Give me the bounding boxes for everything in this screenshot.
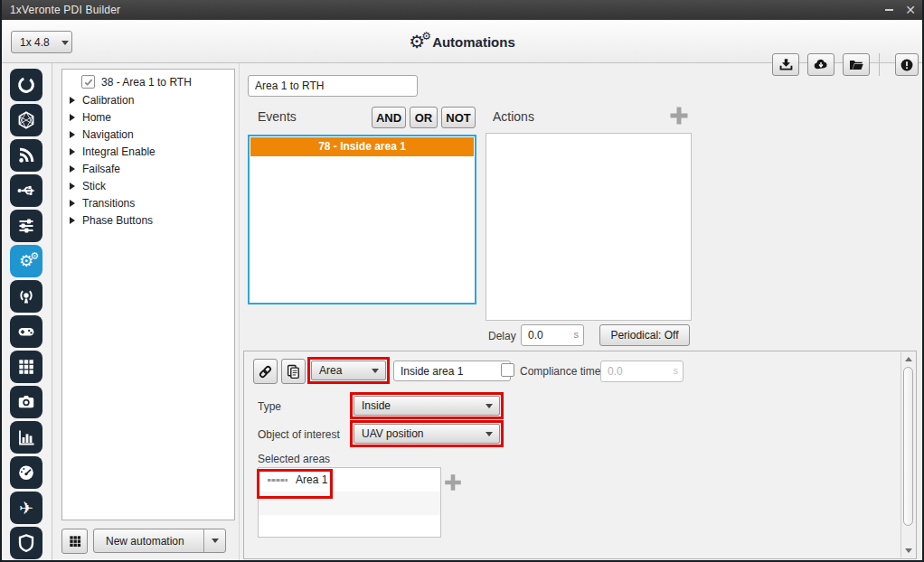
caret-down-icon [486, 404, 493, 408]
chevron-up-icon [905, 357, 912, 361]
tree-item-navigation[interactable]: Navigation [62, 126, 134, 143]
object-dropdown[interactable]: UAV position [354, 424, 500, 444]
new-automation-button[interactable]: New automation [93, 529, 226, 553]
area-item[interactable]: Area 1 [259, 468, 440, 492]
open-file-button[interactable] [843, 53, 870, 76]
delay-input[interactable] [521, 324, 584, 346]
and-button[interactable]: AND [372, 107, 406, 128]
gauge-icon [15, 462, 37, 483]
tree-item-label: Stick [82, 180, 106, 192]
add-action-button[interactable] [667, 104, 691, 131]
events-list[interactable]: 78 - Inside area 1 [248, 135, 476, 304]
automation-tree: 38 - Area 1 to RTH Calibration Home Navi… [61, 69, 235, 520]
add-area-button[interactable] [442, 472, 464, 497]
compliance-label: Compliance time [520, 365, 600, 378]
selected-areas-list[interactable]: Area 1 [258, 467, 441, 538]
plane-icon: ✈ [19, 500, 33, 517]
expander-icon [70, 165, 75, 173]
sidebar-item-shield[interactable] [10, 527, 42, 559]
sidebar-item-camera[interactable] [10, 386, 42, 418]
area-item-label: Area 1 [296, 473, 327, 486]
sidebar-item-hil[interactable] [10, 421, 42, 454]
version-dropdown[interactable]: 1x 4.8 [11, 31, 72, 53]
new-automation-arrow[interactable] [203, 529, 225, 552]
sidebar-item-telemetry[interactable] [10, 139, 42, 172]
expander-icon [70, 148, 75, 155]
tree-item-failsafe[interactable]: Failsafe [62, 160, 120, 177]
tree-root-item[interactable]: 38 - Area 1 to RTH [62, 73, 192, 90]
caret-down-icon [212, 539, 219, 543]
not-button[interactable]: NOT [441, 107, 476, 128]
type-dropdown[interactable]: Inside [354, 396, 500, 416]
sidebar-item-stick[interactable] [10, 315, 42, 348]
grid-view-button[interactable] [61, 529, 88, 554]
caret-down-icon [372, 369, 379, 373]
rss-icon [15, 145, 37, 166]
automation-name-input[interactable] [248, 75, 418, 97]
expander-icon [70, 131, 75, 138]
sidebar-item-gauge[interactable] [10, 456, 42, 489]
sidebar-item-ring[interactable] [10, 69, 42, 101]
link-event-button[interactable] [253, 359, 278, 384]
camera-icon [15, 391, 37, 413]
tree-item-label: Failsafe [82, 163, 120, 175]
expander-icon [70, 114, 75, 121]
compliance-checkbox[interactable] [501, 363, 514, 377]
tree-root-label: 38 - Area 1 to RTH [101, 76, 192, 89]
tree-item-calibration[interactable]: Calibration [62, 91, 134, 108]
panel-splitter[interactable] [239, 63, 240, 560]
tree-item-label: Phase Buttons [82, 214, 153, 227]
check-icon [83, 77, 94, 88]
compliance-input[interactable] [600, 361, 684, 382]
actions-list[interactable] [486, 133, 692, 321]
sidebar-item-podcast[interactable] [10, 280, 42, 313]
scroll-up-button[interactable] [901, 352, 915, 366]
sidebar-item-usb[interactable] [10, 174, 42, 207]
close-button[interactable]: ✕ [904, 3, 917, 17]
scroll-thumb[interactable] [903, 367, 913, 526]
tree-item-integral-enable[interactable]: Integral Enable [62, 143, 156, 160]
gamepad-icon [15, 321, 37, 342]
expander-icon [70, 200, 75, 207]
sidebar-item-automations[interactable]: ⚙⚙ [10, 245, 42, 277]
tree-item-home[interactable]: Home [62, 108, 111, 126]
download-pdi-button[interactable] [772, 53, 799, 76]
automations-gears-icon: ⚙⚙ [409, 33, 425, 51]
event-kind-dropdown[interactable]: Area [311, 361, 386, 380]
info-button[interactable] [895, 53, 919, 76]
sidebar-item-sliders[interactable] [10, 210, 42, 242]
minimize-button[interactable] [882, 3, 895, 17]
sidebar-item-mesh-globe[interactable] [10, 104, 42, 136]
event-name-input[interactable] [393, 361, 511, 381]
chevron-down-icon [905, 548, 912, 553]
scroll-down-button[interactable] [901, 544, 915, 557]
gears-icon: ⚙⚙ [19, 253, 33, 269]
plus-icon [667, 104, 691, 127]
tree-item-stick[interactable]: Stick [62, 177, 106, 194]
copy-event-button[interactable] [281, 359, 306, 384]
or-button[interactable]: OR [410, 107, 438, 128]
new-automation-label: New automation [94, 535, 203, 548]
event-config-panel: Area Compliance time s Type Inside Objec… [243, 351, 917, 559]
sidebar-item-grid[interactable] [10, 351, 42, 383]
event-item-selected[interactable]: 78 - Inside area 1 [250, 137, 474, 156]
info-icon [899, 57, 915, 73]
tree-item-transitions[interactable]: Transitions [62, 194, 135, 211]
upload-cloud-button[interactable] [807, 53, 834, 76]
window-controls: ✕ [882, 0, 917, 20]
bar-chart-icon [15, 426, 37, 448]
sliders-icon [15, 215, 37, 237]
list-stripe [259, 492, 440, 515]
sidebar-item-plane[interactable]: ✈ [10, 492, 42, 524]
compliance-input-wrap: s [600, 361, 684, 382]
config-scrollbar[interactable] [900, 352, 915, 557]
podcast-icon [15, 286, 37, 307]
mesh-globe-icon [15, 109, 37, 131]
periodical-button[interactable]: Periodical: Off [599, 324, 690, 346]
tree-item-phase-buttons[interactable]: Phase Buttons [62, 211, 153, 229]
automation-enabled-checkbox[interactable] [81, 75, 95, 89]
type-label: Type [258, 400, 281, 413]
copy-icon [285, 363, 302, 380]
tree-item-label: Calibration [82, 94, 134, 107]
delay-input-wrap: s [521, 324, 584, 346]
